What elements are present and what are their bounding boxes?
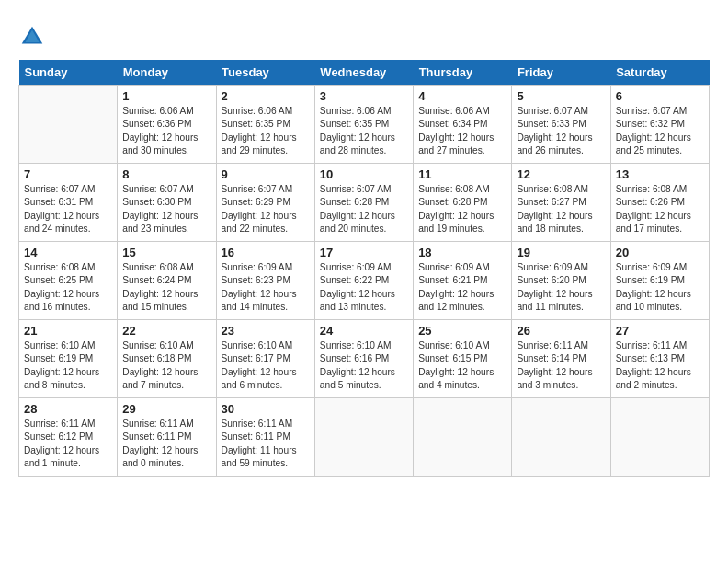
calendar-cell: 14 Sunrise: 6:08 AMSunset: 6:25 PMDaylig…: [19, 242, 118, 320]
cell-info: Sunrise: 6:11 AMSunset: 6:11 PMDaylight:…: [222, 418, 310, 470]
cell-info: Sunrise: 6:08 AMSunset: 6:26 PMDaylight:…: [616, 183, 704, 236]
calendar-week-row: 7 Sunrise: 6:07 AMSunset: 6:31 PMDayligh…: [19, 164, 710, 242]
calendar-cell: [414, 398, 512, 477]
logo-icon: [18, 23, 46, 51]
calendar-cell: 19 Sunrise: 6:09 AMSunset: 6:20 PMDaylig…: [512, 242, 610, 320]
calendar-cell: 23 Sunrise: 6:10 AMSunset: 6:17 PMDaylig…: [216, 320, 314, 398]
cell-info: Sunrise: 6:07 AMSunset: 6:32 PMDaylight:…: [616, 105, 704, 157]
cell-info: Sunrise: 6:06 AMSunset: 6:34 PMDaylight:…: [418, 105, 506, 157]
day-number: 19: [517, 246, 605, 259]
cell-info: Sunrise: 6:09 AMSunset: 6:20 PMDaylight:…: [517, 261, 605, 314]
cell-info: Sunrise: 6:06 AMSunset: 6:36 PMDaylight:…: [122, 105, 210, 157]
cell-info: Sunrise: 6:07 AMSunset: 6:29 PMDaylight:…: [222, 183, 310, 236]
weekday-header-friday: Friday: [512, 60, 610, 86]
calendar-cell: 3 Sunrise: 6:06 AMSunset: 6:35 PMDayligh…: [314, 86, 413, 164]
calendar-week-row: 14 Sunrise: 6:08 AMSunset: 6:25 PMDaylig…: [19, 242, 710, 320]
day-number: 27: [616, 324, 704, 338]
weekday-header-monday: Monday: [118, 60, 216, 86]
calendar-cell: [314, 398, 413, 477]
cell-info: Sunrise: 6:08 AMSunset: 6:25 PMDaylight:…: [24, 261, 112, 314]
calendar-cell: 2 Sunrise: 6:06 AMSunset: 6:35 PMDayligh…: [216, 86, 314, 164]
cell-info: Sunrise: 6:07 AMSunset: 6:30 PMDaylight:…: [122, 183, 210, 236]
day-number: 25: [418, 324, 506, 338]
calendar-cell: 25 Sunrise: 6:10 AMSunset: 6:15 PMDaylig…: [414, 320, 512, 398]
cell-info: Sunrise: 6:08 AMSunset: 6:28 PMDaylight:…: [418, 183, 506, 236]
calendar-cell: 21 Sunrise: 6:10 AMSunset: 6:19 PMDaylig…: [19, 320, 118, 398]
calendar-cell: [512, 398, 610, 477]
calendar-cell: 22 Sunrise: 6:10 AMSunset: 6:18 PMDaylig…: [118, 320, 216, 398]
cell-info: Sunrise: 6:07 AMSunset: 6:31 PMDaylight:…: [24, 183, 112, 236]
calendar-cell: 24 Sunrise: 6:10 AMSunset: 6:16 PMDaylig…: [314, 320, 413, 398]
calendar-cell: 5 Sunrise: 6:07 AMSunset: 6:33 PMDayligh…: [512, 86, 610, 164]
day-number: 29: [122, 402, 210, 416]
day-number: 5: [517, 89, 605, 103]
weekday-header-wednesday: Wednesday: [314, 60, 413, 86]
day-number: 11: [418, 167, 506, 181]
day-number: 24: [320, 324, 408, 338]
day-number: 13: [616, 167, 704, 181]
calendar-cell: 11 Sunrise: 6:08 AMSunset: 6:28 PMDaylig…: [414, 164, 512, 242]
calendar-cell: 26 Sunrise: 6:11 AMSunset: 6:14 PMDaylig…: [512, 320, 610, 398]
cell-info: Sunrise: 6:10 AMSunset: 6:16 PMDaylight:…: [320, 339, 408, 392]
calendar-week-row: 1 Sunrise: 6:06 AMSunset: 6:36 PMDayligh…: [19, 86, 710, 164]
cell-info: Sunrise: 6:11 AMSunset: 6:11 PMDaylight:…: [122, 418, 210, 470]
day-number: 26: [517, 324, 605, 338]
calendar-cell: 4 Sunrise: 6:06 AMSunset: 6:34 PMDayligh…: [414, 86, 512, 164]
calendar-table: SundayMondayTuesdayWednesdayThursdayFrid…: [18, 60, 710, 477]
header: [18, 18, 710, 51]
calendar-cell: 20 Sunrise: 6:09 AMSunset: 6:19 PMDaylig…: [610, 242, 709, 320]
cell-info: Sunrise: 6:11 AMSunset: 6:14 PMDaylight:…: [517, 339, 605, 392]
cell-info: Sunrise: 6:07 AMSunset: 6:33 PMDaylight:…: [517, 105, 605, 157]
cell-info: Sunrise: 6:06 AMSunset: 6:35 PMDaylight:…: [320, 105, 408, 157]
day-number: 2: [222, 89, 310, 103]
calendar-cell: 27 Sunrise: 6:11 AMSunset: 6:13 PMDaylig…: [610, 320, 709, 398]
day-number: 20: [616, 246, 704, 259]
calendar-cell: 13 Sunrise: 6:08 AMSunset: 6:26 PMDaylig…: [610, 164, 709, 242]
calendar-cell: 10 Sunrise: 6:07 AMSunset: 6:28 PMDaylig…: [314, 164, 413, 242]
calendar-cell: 6 Sunrise: 6:07 AMSunset: 6:32 PMDayligh…: [610, 86, 709, 164]
cell-info: Sunrise: 6:11 AMSunset: 6:12 PMDaylight:…: [24, 418, 112, 470]
day-number: 17: [320, 246, 408, 259]
cell-info: Sunrise: 6:08 AMSunset: 6:27 PMDaylight:…: [517, 183, 605, 236]
calendar-cell: 7 Sunrise: 6:07 AMSunset: 6:31 PMDayligh…: [19, 164, 118, 242]
day-number: 22: [122, 324, 210, 338]
day-number: 14: [24, 246, 112, 259]
weekday-header-thursday: Thursday: [414, 60, 512, 86]
weekday-header-sunday: Sunday: [19, 60, 118, 86]
calendar-cell: 12 Sunrise: 6:08 AMSunset: 6:27 PMDaylig…: [512, 164, 610, 242]
calendar-cell: 17 Sunrise: 6:09 AMSunset: 6:22 PMDaylig…: [314, 242, 413, 320]
cell-info: Sunrise: 6:07 AMSunset: 6:28 PMDaylight:…: [320, 183, 408, 236]
calendar-cell: 15 Sunrise: 6:08 AMSunset: 6:24 PMDaylig…: [118, 242, 216, 320]
cell-info: Sunrise: 6:11 AMSunset: 6:13 PMDaylight:…: [616, 339, 704, 392]
calendar-cell: 1 Sunrise: 6:06 AMSunset: 6:36 PMDayligh…: [118, 86, 216, 164]
cell-info: Sunrise: 6:09 AMSunset: 6:22 PMDaylight:…: [320, 261, 408, 314]
calendar-week-row: 28 Sunrise: 6:11 AMSunset: 6:12 PMDaylig…: [19, 398, 710, 477]
day-number: 30: [222, 402, 310, 416]
day-number: 8: [122, 167, 210, 181]
calendar-cell: 16 Sunrise: 6:09 AMSunset: 6:23 PMDaylig…: [216, 242, 314, 320]
day-number: 16: [222, 246, 310, 259]
cell-info: Sunrise: 6:10 AMSunset: 6:17 PMDaylight:…: [222, 339, 310, 392]
day-number: 18: [418, 246, 506, 259]
day-number: 9: [222, 167, 310, 181]
day-number: 10: [320, 167, 408, 181]
cell-info: Sunrise: 6:10 AMSunset: 6:15 PMDaylight:…: [418, 339, 506, 392]
calendar-cell: 29 Sunrise: 6:11 AMSunset: 6:11 PMDaylig…: [118, 398, 216, 477]
day-number: 28: [24, 402, 112, 416]
cell-info: Sunrise: 6:10 AMSunset: 6:18 PMDaylight:…: [122, 339, 210, 392]
calendar-cell: [19, 86, 118, 164]
calendar-cell: 30 Sunrise: 6:11 AMSunset: 6:11 PMDaylig…: [216, 398, 314, 477]
day-number: 3: [320, 89, 408, 103]
calendar-week-row: 21 Sunrise: 6:10 AMSunset: 6:19 PMDaylig…: [19, 320, 710, 398]
cell-info: Sunrise: 6:10 AMSunset: 6:19 PMDaylight:…: [24, 339, 112, 392]
calendar-cell: [610, 398, 709, 477]
calendar-cell: 8 Sunrise: 6:07 AMSunset: 6:30 PMDayligh…: [118, 164, 216, 242]
weekday-header-tuesday: Tuesday: [216, 60, 314, 86]
day-number: 4: [418, 89, 506, 103]
day-number: 12: [517, 167, 605, 181]
cell-info: Sunrise: 6:06 AMSunset: 6:35 PMDaylight:…: [222, 105, 310, 157]
calendar-cell: 18 Sunrise: 6:09 AMSunset: 6:21 PMDaylig…: [414, 242, 512, 320]
day-number: 15: [122, 246, 210, 259]
cell-info: Sunrise: 6:09 AMSunset: 6:21 PMDaylight:…: [418, 261, 506, 314]
day-number: 23: [222, 324, 310, 338]
